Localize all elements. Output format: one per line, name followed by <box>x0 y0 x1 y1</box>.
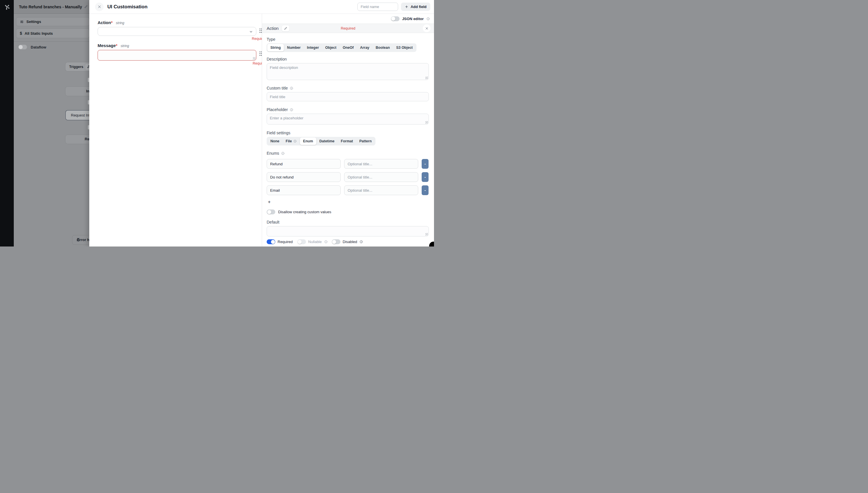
triggers-label: Triggers <box>69 65 83 69</box>
drag-handle[interactable] <box>259 51 262 56</box>
placeholder-textarea[interactable] <box>267 114 428 124</box>
enum-row: - <box>267 172 429 182</box>
type-label: Type <box>267 37 429 42</box>
flow-canvas-panel: Tuto Refund branches - Manually Settings… <box>14 0 89 246</box>
info-icon[interactable] <box>290 86 293 90</box>
type-option-s3object[interactable]: S3 Object <box>393 44 416 51</box>
setting-option-file[interactable]: File <box>282 137 300 145</box>
remove-enum-button[interactable]: - <box>422 172 428 182</box>
drag-handle[interactable] <box>259 28 262 33</box>
type-option-array[interactable]: Array <box>357 44 373 51</box>
setting-option-pattern[interactable]: Pattern <box>356 137 375 145</box>
resize-handle[interactable] <box>425 233 428 236</box>
editor-close-button[interactable] <box>423 24 430 32</box>
triggers-node[interactable]: Triggers <box>65 62 89 71</box>
windmill-logo-icon[interactable] <box>0 0 14 14</box>
disabled-toggle[interactable] <box>332 239 340 244</box>
info-icon[interactable] <box>290 108 293 112</box>
close-icon <box>425 27 428 30</box>
type-option-integer[interactable]: Integer <box>304 44 322 51</box>
message-field-label-row: Message* string <box>98 43 262 48</box>
field-label: Message <box>98 43 116 48</box>
field-flags-row: Required Nullable Disabled <box>267 239 429 244</box>
result-node-label: Re <box>85 137 89 141</box>
close-icon <box>98 5 101 8</box>
message-textarea[interactable] <box>98 50 256 61</box>
pencil-icon <box>284 27 287 30</box>
placeholder-field-wrap <box>267 114 429 125</box>
setting-option-none[interactable]: None <box>267 137 282 145</box>
windmill-flow-editor: $ ⚙ Tuto Refund branches - Manually Set <box>0 0 434 246</box>
rename-field-button[interactable] <box>281 25 290 31</box>
enum-value-input[interactable] <box>267 185 341 195</box>
enums-label: Enums <box>267 151 429 155</box>
enum-title-input[interactable] <box>344 172 418 182</box>
remove-enum-button[interactable]: - <box>422 185 428 195</box>
plus-icon <box>405 5 408 8</box>
drawer-header: UI Customisation Add field <box>89 0 434 14</box>
request-interactive-node[interactable]: Request Interactiv <box>65 110 89 120</box>
disabled-label: Disabled <box>343 240 357 244</box>
remove-enum-button[interactable]: - <box>422 159 428 169</box>
setting-option-datetime[interactable]: Datetime <box>316 137 338 145</box>
action-select[interactable] <box>98 27 256 36</box>
resize-handle[interactable] <box>425 121 428 124</box>
required-toggle[interactable] <box>267 239 275 244</box>
default-label: Default <box>267 220 429 224</box>
enum-row: - <box>267 159 429 169</box>
dataflow-toggle[interactable] <box>18 45 27 49</box>
ui-customisation-drawer: UI Customisation Add field Action* strin… <box>89 0 434 246</box>
type-option-boolean[interactable]: Boolean <box>373 44 393 51</box>
disallow-custom-row: Disallow creating custom values <box>267 210 429 214</box>
error-handler-node[interactable]: Error h <box>72 235 89 244</box>
field-settings-label: Field settings <box>267 131 429 135</box>
description-textarea[interactable] <box>267 63 428 80</box>
dollar-icon: $ <box>20 31 22 36</box>
json-editor-row: JSON editor <box>262 14 434 23</box>
request-node-label: Request Interactiv <box>71 113 89 117</box>
add-field-button[interactable]: Add field <box>401 3 430 11</box>
flow-title: Tuto Refund branches - Manually <box>19 5 82 9</box>
enum-title-input[interactable] <box>344 185 418 195</box>
nullable-toggle[interactable] <box>297 239 306 244</box>
info-icon[interactable] <box>359 240 363 244</box>
type-option-number[interactable]: Number <box>284 44 304 51</box>
field-name-input[interactable] <box>357 3 398 11</box>
resize-handle[interactable] <box>253 57 255 60</box>
description-label: Description <box>267 57 429 61</box>
all-static-inputs-button[interactable]: $ All Static Inputs <box>16 29 89 38</box>
info-icon[interactable] <box>324 240 328 244</box>
type-option-string[interactable]: String <box>267 44 284 51</box>
resize-handle[interactable] <box>425 77 428 79</box>
edit-flow-title-pencil-icon[interactable] <box>84 5 88 8</box>
default-textarea[interactable] <box>267 227 428 236</box>
field-type-hint: string <box>116 21 124 25</box>
message-field-block: Message* string Required <box>98 43 262 65</box>
result-node[interactable]: Re <box>65 135 89 144</box>
add-enum-button[interactable]: + <box>267 199 272 205</box>
flow-settings-button[interactable]: Settings <box>16 18 89 26</box>
input-node[interactable]: In <box>65 87 89 96</box>
setting-option-format[interactable]: Format <box>338 137 356 145</box>
disallow-custom-label: Disallow creating custom values <box>278 210 331 214</box>
webhook-trigger-icon[interactable] <box>86 64 89 70</box>
add-field-label: Add field <box>410 5 426 9</box>
custom-title-label: Custom title <box>267 86 429 90</box>
json-editor-toggle[interactable] <box>391 16 400 21</box>
nullable-label: Nullable <box>308 240 322 244</box>
type-option-object[interactable]: Object <box>322 44 340 51</box>
setting-option-enum[interactable]: Enum <box>300 137 316 145</box>
enum-value-input[interactable] <box>267 159 341 169</box>
custom-title-input[interactable] <box>267 92 428 101</box>
drawer-close-button[interactable] <box>95 3 104 11</box>
dataflow-label: Dataflow <box>31 45 46 49</box>
info-icon[interactable] <box>426 17 430 21</box>
flow-divider <box>14 41 89 42</box>
selected-field-bar: Action Required <box>262 23 434 33</box>
disallow-custom-toggle[interactable] <box>267 210 275 214</box>
info-icon[interactable] <box>281 151 285 155</box>
type-option-oneof[interactable]: OneOf <box>340 44 357 51</box>
enum-value-input[interactable] <box>267 172 341 182</box>
sliders-icon <box>20 20 24 24</box>
enum-title-input[interactable] <box>344 159 418 169</box>
